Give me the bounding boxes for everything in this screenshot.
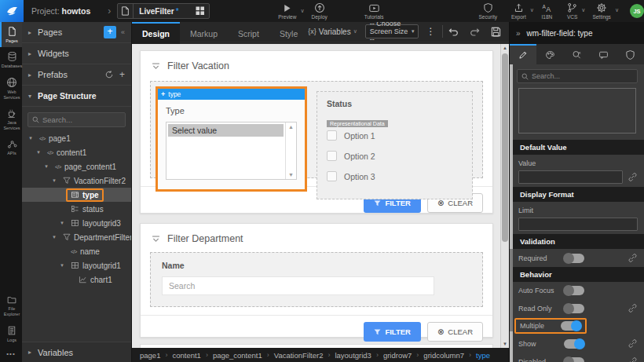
section-widgets[interactable]: ▸Widgets <box>22 43 131 64</box>
tree-search-input[interactable]: Search... <box>27 112 126 127</box>
status-field-cell[interactable]: Status Representational Data Option 1Opt… <box>317 91 473 199</box>
scroll-up-icon[interactable]: ▲ <box>288 124 294 130</box>
properties-search-input[interactable]: Search... <box>517 69 638 83</box>
caret-down-icon[interactable]: ▾ <box>27 135 35 141</box>
rail-more-button[interactable]: ••• <box>0 346 22 362</box>
name-field-cell[interactable]: Name <box>150 252 483 307</box>
selected-widget-type[interactable]: + type Type Select value <box>156 86 307 192</box>
listbox-option[interactable]: Select value <box>168 124 284 137</box>
filter-button[interactable]: FILTER <box>364 322 421 342</box>
inspector-tab-mobile[interactable] <box>591 44 617 64</box>
tree-item-layoutgrid3[interactable]: ▾layoutgrid3 <box>22 216 131 230</box>
name-search-input[interactable] <box>162 276 434 295</box>
breadcrumb-page_content1[interactable]: page_content1 <box>213 351 262 360</box>
breadcrumb-VacationFilter2[interactable]: VacationFilter2 <box>274 351 324 360</box>
tree-item-type[interactable]: type <box>22 188 131 202</box>
dashboard-icon[interactable] <box>196 6 205 16</box>
caret-down-icon[interactable]: ▾ <box>50 234 58 240</box>
scroll-down-icon[interactable]: ▼ <box>288 172 294 177</box>
value-input[interactable] <box>518 170 623 184</box>
caret-down-icon[interactable]: ▾ <box>50 177 58 184</box>
deploy-button[interactable]: Deploy <box>312 2 327 20</box>
collapse-explorer-icon[interactable]: « <box>121 28 125 36</box>
rail-item-java-services[interactable]: Java Services <box>0 104 22 135</box>
tab-script[interactable]: Script <box>228 22 269 44</box>
tree-item-page_content1[interactable]: ▾</>page_content1 <box>22 159 131 174</box>
app-logo[interactable] <box>0 0 24 22</box>
collapse-panel-icon[interactable]: » <box>516 29 521 38</box>
rail-item-file-explorer[interactable]: File Explorer <box>0 291 22 321</box>
user-avatar[interactable]: JS <box>630 4 644 18</box>
breadcrumb-content1[interactable]: content1 <box>172 351 200 360</box>
settings-button[interactable]: Settings <box>592 2 611 20</box>
tree-item-page1[interactable]: ▾</>page1 <box>22 131 131 145</box>
add-page-button[interactable]: + <box>104 26 116 38</box>
checkbox-row[interactable]: Option 2 <box>327 151 463 161</box>
security-button[interactable]: Security <box>478 2 496 20</box>
breadcrumb-layoutgrid3[interactable]: layoutgrid3 <box>335 351 371 360</box>
checkbox[interactable] <box>327 171 337 181</box>
tab-markup[interactable]: Markup <box>180 22 228 44</box>
preview-button[interactable]: Preview <box>278 3 296 20</box>
caret-down-icon[interactable]: ▾ <box>42 163 50 170</box>
breadcrumb-gridcolumn7[interactable]: gridcolumn7 <box>423 351 464 360</box>
export-button[interactable]: Export <box>511 2 526 20</box>
disabled-toggle[interactable] <box>564 357 584 362</box>
variables-section[interactable]: ▸ Variables <box>22 342 131 362</box>
tree-item-status[interactable]: status <box>22 202 131 216</box>
screen-size-select[interactable]: -- Choose Screen Size -- ▾ <box>365 24 419 38</box>
required-toggle[interactable] <box>564 254 584 263</box>
inspector-tab-events[interactable] <box>563 44 590 64</box>
redo-button[interactable] <box>470 27 480 36</box>
rail-item-pages[interactable]: Pages <box>0 22 22 47</box>
tree-item-VacationFilter2[interactable]: ▾VacationFilter2 <box>22 174 131 188</box>
add-prefab-button[interactable]: + <box>119 69 125 80</box>
panel-scrollbar[interactable] <box>510 64 513 362</box>
checkbox[interactable] <box>327 151 337 161</box>
move-icon[interactable]: + <box>161 90 165 98</box>
more-menu-icon[interactable]: ⋮ <box>426 26 435 37</box>
inspector-tab-security[interactable] <box>617 44 644 64</box>
rail-item-apis[interactable]: APIs <box>0 135 22 159</box>
undo-button[interactable] <box>448 27 459 36</box>
canvas-scrollbar[interactable]: ▲ ▼ <box>500 44 509 348</box>
checkbox-row[interactable]: Option 1 <box>327 130 463 141</box>
section-prefabs[interactable]: ▸Prefabs+ <box>22 64 131 86</box>
tab-style[interactable]: Style <box>269 22 308 44</box>
page-tab-livefilter[interactable]: LiveFilter * <box>117 3 210 19</box>
scroll-down-icon[interactable]: ▼ <box>501 342 509 346</box>
tree-item-chart1[interactable]: chart1 <box>22 272 131 287</box>
tab-design[interactable]: Design <box>132 22 180 44</box>
vcs-button[interactable]: VCS <box>567 2 577 20</box>
bind-property-icon[interactable] <box>628 253 638 263</box>
inspector-tab-properties[interactable] <box>510 44 536 64</box>
tree-item-layoutgrid1[interactable]: ▾layoutgrid1 <box>22 258 131 272</box>
bind-property-icon[interactable] <box>628 338 638 349</box>
tree-item-DepartmentFilter1[interactable]: ▾DepartmentFilter1 <box>22 230 131 244</box>
clear-button[interactable]: ⊗ CLEAR <box>427 322 483 342</box>
breadcrumb-page1[interactable]: page1 <box>140 351 160 360</box>
bind-property-icon[interactable] <box>628 172 638 182</box>
section-page-structure[interactable]: ▾Page Structure <box>22 86 131 107</box>
tutorials-button[interactable]: Tutorials <box>364 3 384 20</box>
multiple-toggle[interactable] <box>561 321 581 331</box>
caret-down-icon[interactable]: ▾ <box>58 220 66 226</box>
rail-item-web-services[interactable]: Web Services <box>0 73 22 104</box>
caret-down-icon[interactable]: ▾ <box>35 149 42 155</box>
checkbox-row[interactable]: Option 3 <box>327 171 463 181</box>
type-select-listbox[interactable]: Select value ▲ ▼ <box>166 122 297 180</box>
department-filter-heading[interactable]: Filter Department <box>141 224 492 250</box>
listbox-scrollbar[interactable]: ▲ ▼ <box>285 122 296 179</box>
scroll-up-icon[interactable]: ▲ <box>501 46 509 50</box>
tree-item-content1[interactable]: ▾</>content1 <box>22 145 131 159</box>
limit-input[interactable] <box>518 218 638 231</box>
read-only-toggle[interactable] <box>564 304 584 313</box>
variables-dropdown[interactable]: {x} Variables ∨ <box>308 27 357 36</box>
bind-property-icon[interactable] <box>628 303 638 313</box>
scrollbar-thumb[interactable] <box>502 53 508 242</box>
widget-title-bar[interactable]: + type <box>158 89 305 100</box>
vacation-filter-heading[interactable]: Filter Vacation <box>141 51 492 78</box>
inspector-tab-styles[interactable] <box>536 44 563 64</box>
checkbox[interactable] <box>327 130 337 141</box>
save-button[interactable] <box>491 27 501 37</box>
